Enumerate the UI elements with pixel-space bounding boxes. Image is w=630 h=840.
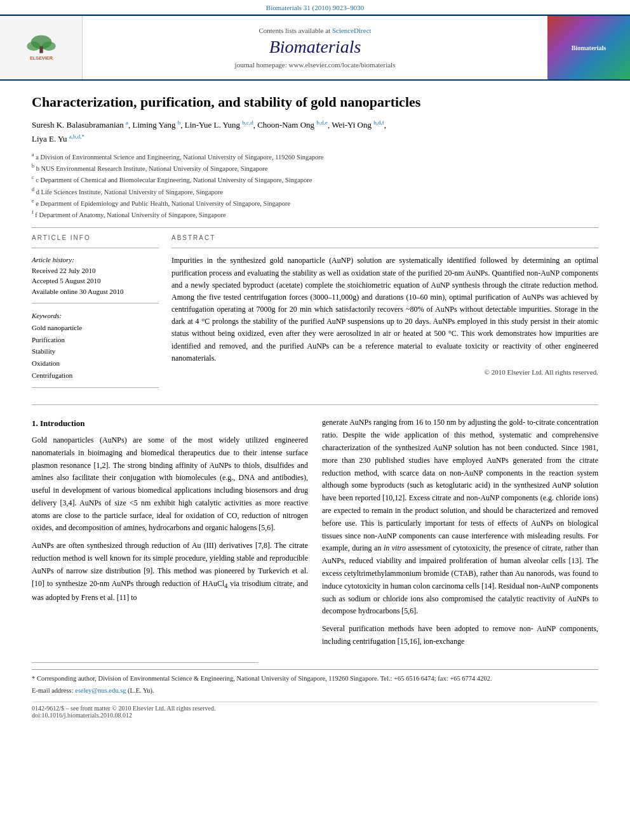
body-left-col: 1. Introduction Gold nanoparticles (AuNP… bbox=[32, 417, 308, 653]
journal-title: Biomaterials bbox=[269, 37, 361, 57]
divider-1 bbox=[32, 227, 598, 228]
keyword-1: Gold nanoparticle bbox=[32, 322, 159, 334]
footnote-divider bbox=[32, 662, 258, 663]
accepted-date: Accepted 5 August 2010 bbox=[32, 276, 159, 286]
body-para-4: Several purification methods have been a… bbox=[322, 623, 598, 648]
article-info-label: ARTICLE INFO bbox=[32, 234, 159, 241]
intro-heading: 1. Introduction bbox=[32, 417, 308, 430]
article-meta-section: ARTICLE INFO Article history: Received 2… bbox=[32, 234, 598, 394]
bottom-bar: 0142-9612/$ – see front matter © 2010 El… bbox=[32, 702, 598, 719]
keyword-2: Purification bbox=[32, 334, 159, 346]
biomaterials-logo-text: Biomaterials bbox=[572, 44, 606, 52]
left-meta-col: ARTICLE INFO Article history: Received 2… bbox=[32, 234, 159, 394]
email-line: E-mail address: eseley@nus.edu.sg (L.E. … bbox=[32, 686, 598, 696]
sciencedirect-line: Contents lists available at ScienceDirec… bbox=[258, 27, 371, 34]
body-section: 1. Introduction Gold nanoparticles (AuNP… bbox=[32, 417, 598, 653]
history-label: Article history: bbox=[32, 255, 159, 265]
affiliation-f: f f Department of Anatomy, National Univ… bbox=[32, 209, 598, 220]
article-title: Characterization, purification, and stab… bbox=[32, 93, 598, 112]
svg-text:ELSEVIER: ELSEVIER bbox=[30, 55, 53, 61]
keyword-4: Oxidation bbox=[32, 357, 159, 370]
article-history: Article history: Received 22 July 2010 A… bbox=[32, 255, 159, 297]
body-para-1: Gold nanoparticles (AuNPs) are some of t… bbox=[32, 434, 308, 535]
divider-6 bbox=[32, 404, 598, 405]
available-date: Available online 30 August 2010 bbox=[32, 286, 159, 297]
body-para-3: generate AuNPs ranging from 16 to 150 nm… bbox=[322, 417, 598, 618]
divider-3 bbox=[32, 303, 159, 303]
right-logo: Biomaterials bbox=[547, 16, 630, 79]
doi-line: doi:10.1016/j.biomaterials.2010.08.012 bbox=[32, 712, 598, 719]
corresponding-author-note: * Corresponding author, Division of Envi… bbox=[32, 674, 598, 684]
body-columns: 1. Introduction Gold nanoparticles (AuNP… bbox=[32, 417, 598, 653]
left-logo: ELSEVIER bbox=[0, 16, 83, 79]
abstract-text: Impurities in the synthesized gold nanop… bbox=[171, 255, 598, 364]
received-date: Received 22 July 2010 bbox=[32, 265, 159, 276]
affiliation-b: b b NUS Environmental Research Institute… bbox=[32, 163, 598, 173]
journal-citation: Biomaterials 31 (2010) 9023–9030 bbox=[266, 4, 364, 11]
svg-point-3 bbox=[41, 41, 55, 51]
keywords-label: Keywords: bbox=[32, 310, 159, 322]
divider-4 bbox=[32, 387, 159, 388]
journal-header: ELSEVIER Contents lists available at Sci… bbox=[0, 15, 630, 81]
journal-center-info: Contents lists available at ScienceDirec… bbox=[83, 16, 547, 79]
svg-point-2 bbox=[27, 41, 41, 51]
body-right-col: generate AuNPs ranging from 16 to 150 nm… bbox=[322, 417, 598, 653]
affiliations-block: a a Division of Environmental Science an… bbox=[32, 151, 598, 220]
keywords-block: Keywords: Gold nanoparticle Purification… bbox=[32, 310, 159, 381]
top-bar: Biomaterials 31 (2010) 9023–9030 bbox=[0, 0, 630, 15]
affiliation-d: d d Life Sciences Institute, National Un… bbox=[32, 186, 598, 197]
footnotes-area: * Corresponding author, Division of Envi… bbox=[32, 669, 598, 696]
svg-rect-4 bbox=[39, 46, 43, 53]
affiliation-e: e e Department of Epidemiology and Publi… bbox=[32, 197, 598, 208]
copyright-line: © 2010 Elsevier Ltd. All rights reserved… bbox=[171, 368, 598, 376]
divider-2 bbox=[32, 248, 159, 248]
elsevier-logo-icon: ELSEVIER bbox=[13, 32, 70, 63]
authors-line: Suresh K. Balasubramanian a, Liming Yang… bbox=[32, 118, 598, 146]
keyword-3: Stability bbox=[32, 345, 159, 357]
sciencedirect-link[interactable]: ScienceDirect bbox=[332, 27, 372, 34]
main-content: Characterization, purification, and stab… bbox=[0, 81, 630, 731]
keyword-5: Centrifugation bbox=[32, 370, 159, 382]
body-para-2: AuNPs are often synthesized through redu… bbox=[32, 540, 308, 604]
affiliation-a: a a Division of Environmental Science an… bbox=[32, 151, 598, 162]
right-abstract-col: ABSTRACT Impurities in the synthesized g… bbox=[171, 234, 598, 394]
issn-line: 0142-9612/$ – see front matter © 2010 El… bbox=[32, 705, 598, 712]
email-link[interactable]: eseley@nus.edu.sg bbox=[75, 687, 126, 694]
journal-homepage: journal homepage: www.elsevier.com/locat… bbox=[235, 61, 396, 69]
divider-5 bbox=[171, 248, 598, 248]
affiliation-c: c c Department of Chemical and Biomolecu… bbox=[32, 174, 598, 185]
email-label: E-mail address: bbox=[32, 687, 74, 694]
email-person: (L.E. Yu). bbox=[128, 687, 154, 694]
abstract-label: ABSTRACT bbox=[171, 234, 598, 241]
